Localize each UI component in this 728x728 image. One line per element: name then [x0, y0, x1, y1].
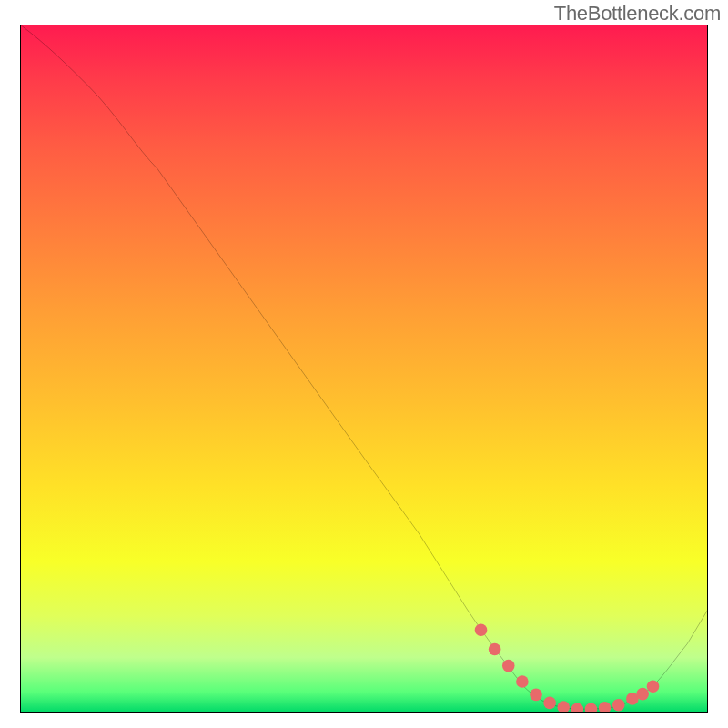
- gradient-background: [20, 25, 708, 713]
- attribution-label: TheBottleneck.com: [554, 2, 721, 25]
- chart-container: TheBottleneck.com: [0, 0, 728, 728]
- plot-area: [20, 25, 708, 713]
